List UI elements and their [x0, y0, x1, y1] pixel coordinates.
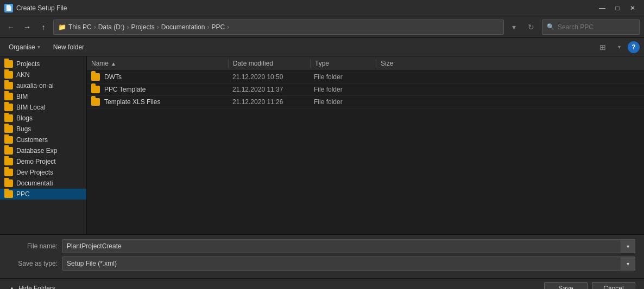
col-header-name[interactable]: Name ▲: [87, 59, 228, 68]
file-folder-icon: [91, 73, 100, 81]
hide-folders-label: Hide Folders: [18, 285, 55, 290]
refresh-button[interactable]: ↻: [523, 20, 539, 35]
app-icon: 📄: [4, 4, 13, 12]
sidebar-item[interactable]: Projects: [0, 59, 86, 69]
back-button[interactable]: ←: [4, 21, 17, 34]
folder-icon: [4, 190, 13, 198]
col-name-label: Name: [91, 60, 109, 67]
sidebar-item[interactable]: AKN: [0, 69, 86, 80]
organise-label: Organise: [9, 43, 35, 51]
filename-row: File name: ▾: [9, 239, 635, 253]
col-date-label: Date modified: [233, 60, 273, 67]
col-header-type[interactable]: Type: [311, 59, 376, 68]
up-button[interactable]: ↑: [37, 21, 50, 34]
col-header-size[interactable]: Size: [376, 59, 420, 68]
col-type-label: Type: [315, 60, 329, 67]
folder-icon: [4, 104, 13, 111]
search-input[interactable]: [558, 23, 639, 31]
folder-icon: [4, 147, 13, 155]
sidebar-item[interactable]: Blogs: [0, 113, 86, 124]
filename-dropdown-button[interactable]: ▾: [621, 239, 635, 253]
sidebar-item-label: PPC: [16, 190, 30, 198]
folder-icon: [4, 82, 13, 89]
title-bar-left: 📄 Create Setup File: [4, 4, 67, 12]
view-button[interactable]: ⊞: [595, 40, 610, 54]
table-row[interactable]: DWTs21.12.2020 10:50File folder: [87, 71, 644, 84]
sidebar-item[interactable]: Customers: [0, 134, 86, 145]
sidebar-item[interactable]: BIM Local: [0, 102, 86, 113]
sidebar-item[interactable]: Demo Project: [0, 156, 86, 167]
sidebar-item-label: Documentati: [16, 179, 53, 187]
search-icon: 🔍: [547, 23, 554, 30]
sidebar-item-label: Customers: [16, 136, 48, 144]
file-folder-icon: [91, 98, 100, 106]
sidebar-item-label: Blogs: [16, 114, 33, 122]
sidebar-item[interactable]: Bugs: [0, 124, 86, 134]
file-list-header: Name ▲ Date modified Type Size: [87, 56, 644, 71]
address-path[interactable]: 📁 This PC › Data (D:) › Projects › Docum…: [53, 20, 504, 35]
organise-button[interactable]: Organise ▾: [4, 40, 45, 54]
filename-input-group: ▾: [62, 239, 635, 253]
address-bar: ← → ↑ 📁 This PC › Data (D:) › Projects ›…: [0, 16, 644, 38]
forward-button[interactable]: →: [21, 21, 34, 34]
title-text: Create Setup File: [16, 4, 67, 12]
file-date: 21.12.2020 11:26: [228, 98, 310, 106]
folder-icon: [4, 60, 13, 68]
sidebar-item[interactable]: BIM: [0, 91, 86, 102]
folder-icon: [4, 71, 13, 79]
path-documentation: Documentation: [161, 23, 205, 31]
hide-folders-icon: ▲: [9, 285, 15, 290]
sidebar-item[interactable]: PPC: [0, 189, 86, 200]
sidebar-item-label: Demo Project: [16, 158, 56, 165]
maximize-button[interactable]: □: [610, 3, 624, 14]
bottom-area: File name: ▾ Save as type: ▾: [0, 234, 644, 278]
filetype-input-group: ▾: [62, 256, 635, 271]
title-controls: — □ ✕: [595, 3, 640, 14]
sidebar-item[interactable]: Documentati: [0, 178, 86, 189]
title-bar: 📄 Create Setup File — □ ✕: [0, 0, 644, 16]
filename-label: File name:: [9, 242, 58, 250]
folder-icon: [4, 158, 13, 165]
hide-folders-button[interactable]: ▲ Hide Folders: [9, 285, 55, 290]
filename-input[interactable]: [62, 239, 621, 253]
path-thispc: This PC: [68, 23, 92, 31]
sidebar-item[interactable]: auxalia-on-ai: [0, 80, 86, 91]
folder-icon: [4, 114, 13, 122]
path-sep-5: ›: [227, 23, 229, 31]
filetype-input[interactable]: [62, 256, 621, 271]
minimize-button[interactable]: —: [595, 3, 609, 14]
footer: ▲ Hide Folders Save Cancel ⠿: [0, 278, 644, 289]
col-header-date[interactable]: Date modified: [229, 59, 310, 68]
sidebar: ProjectsAKNauxalia-on-aiBIMBIM LocalBlog…: [0, 56, 87, 234]
sidebar-item-label: AKN: [16, 71, 30, 79]
sidebar-item-label: Dev Projects: [16, 169, 53, 176]
sidebar-item-label: Database Exp: [16, 147, 57, 155]
view-dropdown-button[interactable]: ▾: [615, 40, 623, 54]
sidebar-item[interactable]: Database Exp: [0, 145, 86, 156]
sort-arrow-icon: ▲: [111, 61, 116, 67]
path-dropdown-button[interactable]: ▾: [507, 21, 520, 34]
main-area: ProjectsAKNauxalia-on-aiBIMBIM LocalBlog…: [0, 56, 644, 234]
close-button[interactable]: ✕: [626, 3, 640, 14]
cancel-button[interactable]: Cancel: [592, 282, 635, 290]
new-folder-button[interactable]: New folder: [49, 40, 89, 54]
folder-icon: [4, 125, 13, 133]
folder-icon: [4, 136, 13, 144]
save-button[interactable]: Save: [544, 282, 588, 290]
table-row[interactable]: Template XLS Files21.12.2020 11:26File f…: [87, 96, 644, 108]
toolbar: Organise ▾ New folder ⊞ ▾ ?: [0, 38, 644, 56]
footer-buttons: Save Cancel: [544, 282, 635, 290]
help-button[interactable]: ?: [628, 41, 640, 53]
filetype-row: Save as type: ▾: [9, 256, 635, 271]
path-sep-4: ›: [207, 23, 209, 31]
file-type: File folder: [310, 73, 375, 81]
sidebar-item-label: Bugs: [16, 125, 31, 133]
filetype-dropdown-button[interactable]: ▾: [621, 256, 635, 271]
table-row[interactable]: PPC Template21.12.2020 11:37File folder: [87, 84, 644, 96]
file-folder-icon: [91, 86, 100, 93]
sidebar-item[interactable]: Dev Projects: [0, 167, 86, 178]
path-folder-icon: 📁: [58, 23, 66, 31]
path-datad: Data (D:): [98, 23, 125, 31]
file-type: File folder: [310, 86, 375, 93]
filetype-label: Save as type:: [9, 260, 58, 267]
